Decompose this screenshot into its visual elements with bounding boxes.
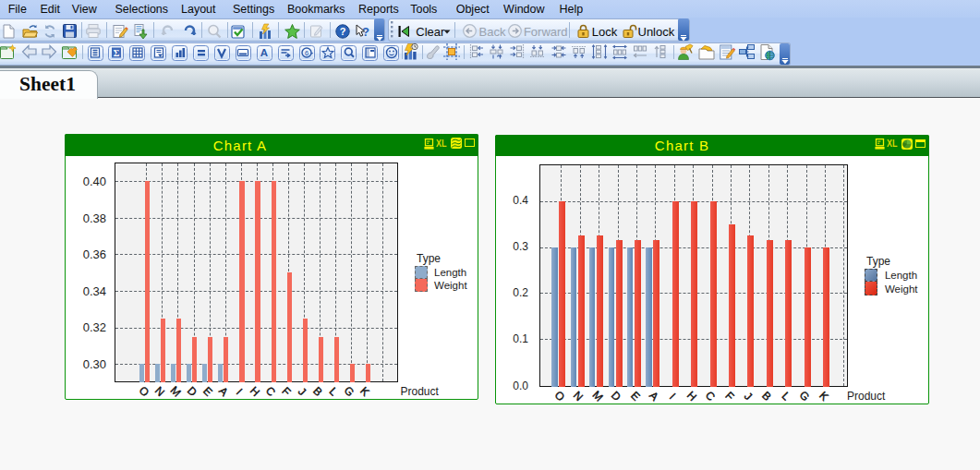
svg-text:6: 6 — [305, 48, 309, 56]
svg-text:A: A — [260, 47, 268, 58]
svg-text:?: ? — [339, 26, 345, 37]
svg-text:Σ: Σ — [114, 47, 120, 57]
